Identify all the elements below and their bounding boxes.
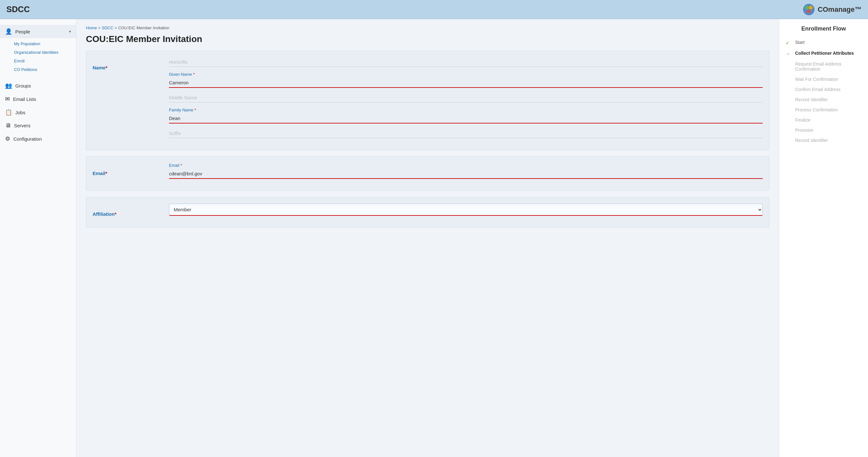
sidebar-item-groups[interactable]: 👥 Groups — [0, 79, 76, 92]
email-required-indicator: * — [105, 171, 107, 176]
jobs-icon: 📋 — [5, 109, 12, 116]
app-title: SDCC — [6, 4, 30, 14]
logo-area: COmanage™ — [802, 3, 862, 16]
svg-point-2 — [809, 6, 813, 9]
servers-icon: 🖥 — [5, 122, 11, 129]
name-fields-col: Given Name * Family Name * — [169, 57, 763, 143]
sidebar-jobs-label: Jobs — [15, 110, 26, 115]
flow-collect-arrow-icon: → — [785, 51, 792, 56]
sidebar-item-email-lists[interactable]: ✉ Email Lists — [0, 92, 76, 106]
comanage-logo-icon — [802, 3, 815, 16]
flow-item-record-id-1: Record Identifier — [785, 94, 862, 105]
given-name-field-group: Given Name * — [169, 72, 763, 88]
affiliation-form-row: Affiliation* Member Faculty Student Staf… — [93, 204, 763, 221]
flow-wait-label: Wait For Confirmation — [795, 77, 838, 82]
email-fields-col: Email * — [169, 163, 763, 184]
honorific-input[interactable] — [169, 57, 763, 67]
email-section: Email* Email * — [86, 156, 769, 191]
sidebar-people-label: People — [15, 29, 30, 34]
email-field-label: Email * — [169, 163, 763, 168]
flow-start-label: Start — [795, 40, 805, 45]
sidebar-people-section: 👤 People ▾ My Population Organizational … — [0, 22, 76, 79]
sidebar-servers-label: Servers — [14, 123, 31, 128]
flow-finalize-label: Finalize — [795, 117, 810, 123]
sidebar-item-people[interactable]: 👤 People ▾ — [0, 25, 76, 38]
people-chevron-icon: ▾ — [69, 29, 71, 34]
flow-item-process: Process Confirmation — [785, 105, 862, 115]
breadcrumb-home[interactable]: Home — [86, 26, 97, 30]
email-form-row: Email* Email * — [93, 163, 763, 184]
flow-collect-label: Collect Petitioner Attributes — [795, 51, 854, 56]
flow-record-id1-label: Record Identifier — [795, 97, 828, 102]
middle-name-field-group — [169, 93, 763, 102]
affiliation-section-label: Affiliation* — [93, 211, 117, 217]
enrollment-panel: Enrollment Flow ✓ Start → Collect Petiti… — [779, 19, 868, 457]
flow-item-finalize: Finalize — [785, 115, 862, 125]
logo-text: COmanage™ — [818, 5, 862, 14]
flow-item-start: ✓ Start — [785, 37, 862, 48]
sidebar-groups-label: Groups — [15, 83, 31, 89]
suffix-field-group — [169, 128, 763, 138]
family-name-required: * — [194, 108, 196, 112]
flow-item-provision: Provision — [785, 125, 862, 135]
sidebar-sub-co-petitions[interactable]: CO Petitions — [0, 65, 76, 74]
given-name-label: Given Name * — [169, 72, 763, 77]
family-name-input[interactable] — [169, 114, 763, 123]
enrollment-flow-title: Enrollment Flow — [785, 26, 862, 32]
sidebar-sub-my-population[interactable]: My Population — [0, 39, 76, 48]
breadcrumb-current: COU:EIC Member Invitation — [118, 26, 169, 30]
name-form-row: Name* Given Name * — [93, 57, 763, 143]
name-label-col: Name* — [93, 57, 163, 70]
flow-confirm-email-label: Confirm Email Address — [795, 87, 840, 92]
flow-item-confirm-email: Confirm Email Address — [785, 84, 862, 94]
flow-provision-label: Provision — [795, 128, 814, 133]
email-field-required: * — [180, 163, 182, 168]
breadcrumb: Home > SDCC > COU:EIC Member Invitation — [86, 26, 769, 30]
sidebar-sub-org-identities[interactable]: Organizational Identities — [0, 48, 76, 57]
family-name-field-group: Family Name * — [169, 108, 763, 123]
email-section-label: Email* — [93, 171, 107, 176]
name-section-label: Name* — [93, 65, 107, 70]
breadcrumb-sdcc[interactable]: SDCC — [102, 26, 114, 30]
affiliation-fields-col: Member Faculty Student Staff Alum Affili… — [169, 204, 763, 221]
email-input[interactable] — [169, 169, 763, 179]
email-label-col: Email* — [93, 163, 163, 176]
affiliation-label-col: Affiliation* — [93, 204, 163, 217]
affiliation-required-indicator: * — [115, 211, 117, 217]
middle-name-input[interactable] — [169, 93, 763, 102]
affiliation-select[interactable]: Member Faculty Student Staff Alum Affili… — [169, 204, 763, 216]
sidebar-sub-enroll[interactable]: Enroll — [0, 57, 76, 65]
main-content: Home > SDCC > COU:EIC Member Invitation … — [76, 19, 779, 457]
name-section: Name* Given Name * — [86, 51, 769, 150]
flow-request-email-label: Request Email Address Confirmation — [795, 61, 862, 71]
sidebar-people-subitems: My Population Organizational Identities … — [0, 38, 76, 77]
flow-item-wait: Wait For Confirmation — [785, 74, 862, 84]
sidebar-email-lists-label: Email Lists — [13, 96, 36, 102]
breadcrumb-sep1: > — [98, 26, 101, 30]
given-name-input[interactable] — [169, 78, 763, 88]
flow-item-collect: → Collect Petitioner Attributes — [785, 48, 862, 59]
sidebar-item-configuration[interactable]: ⚙ Configuration — [0, 132, 76, 146]
affiliation-field-group: Member Faculty Student Staff Alum Affili… — [169, 204, 763, 216]
suffix-input[interactable] — [169, 128, 763, 138]
flow-record-id2-label: Record Identifier — [795, 138, 828, 143]
top-header: SDCC COmanage™ — [0, 0, 868, 19]
email-field-group: Email * — [169, 163, 763, 179]
svg-point-1 — [805, 6, 809, 9]
name-required-indicator: * — [106, 65, 107, 70]
svg-point-3 — [807, 9, 811, 13]
flow-process-label: Process Confirmation — [795, 107, 838, 112]
breadcrumb-sep2: > — [115, 26, 118, 30]
sidebar-item-jobs[interactable]: 📋 Jobs — [0, 106, 76, 119]
people-icon: 👤 — [5, 28, 12, 35]
page-title: COU:EIC Member Invitation — [86, 34, 769, 44]
config-icon: ⚙ — [5, 135, 10, 142]
affiliation-section: Affiliation* Member Faculty Student Staf… — [86, 197, 769, 227]
family-name-label: Family Name * — [169, 108, 763, 112]
sidebar-item-servers[interactable]: 🖥 Servers — [0, 119, 76, 132]
groups-icon: 👥 — [5, 82, 12, 89]
honorific-field-group — [169, 57, 763, 67]
sidebar-config-label: Configuration — [13, 136, 42, 142]
email-icon: ✉ — [5, 95, 10, 102]
given-name-required: * — [193, 72, 195, 77]
